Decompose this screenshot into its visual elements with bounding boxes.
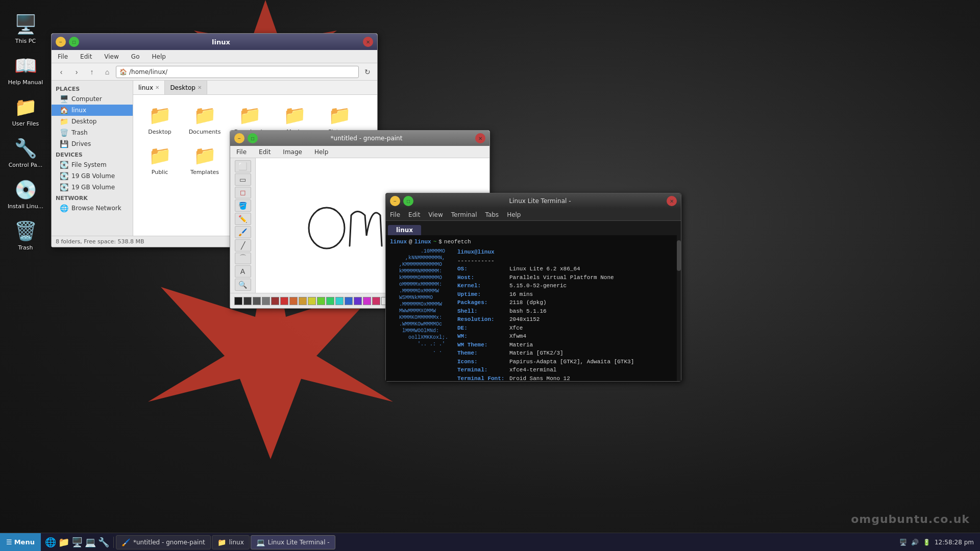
close-button[interactable]: ✕ (363, 37, 373, 47)
color-swatch-red1[interactable] (271, 297, 279, 305)
fill-tool[interactable]: 🪣 (235, 199, 251, 212)
quicklaunch-browser[interactable]: 🌐 (45, 537, 56, 548)
select-tool[interactable]: ⬜ (235, 160, 251, 172)
terminal-close-button[interactable]: ✕ (667, 196, 677, 206)
menu-go[interactable]: Go (129, 52, 142, 61)
sidebar-desktop[interactable]: 📁 Desktop (52, 116, 133, 127)
terminal-scrollbar[interactable] (677, 235, 681, 381)
paint-menu-image[interactable]: Image (281, 147, 304, 157)
sidebar-drives[interactable]: 💾 Drives (52, 138, 133, 149)
terminal-menu-tabs[interactable]: Tabs (485, 211, 499, 218)
terminal-menu-terminal[interactable]: Terminal (451, 211, 477, 218)
color-swatch-yellow1[interactable] (299, 297, 307, 305)
terminal-maximize-button[interactable]: □ (403, 196, 413, 206)
this-pc-icon: 🖥️ (13, 12, 38, 37)
color-swatch-blue1[interactable] (345, 297, 353, 305)
color-swatch-gray2[interactable] (262, 297, 270, 305)
color-swatch-green1[interactable] (317, 297, 325, 305)
taskbar-item-terminal[interactable]: 💻 Linux Lite Terminal - (251, 535, 335, 549)
sidebar-computer[interactable]: 🖥️ Computer (52, 93, 133, 105)
desktop-icon-trash[interactable]: 🗑️ Trash (5, 217, 46, 253)
taskbar-item-paint[interactable]: 🖌️ *untitled - gnome-paint (116, 535, 211, 549)
downloads-folder-icon: 📁 (237, 103, 262, 128)
desktop-icon-install-linux[interactable]: 💿 Install Linu... (5, 176, 46, 212)
text-tool[interactable]: A (235, 265, 251, 278)
color-swatch-pink[interactable] (372, 297, 380, 305)
color-swatch-purple1[interactable] (354, 297, 362, 305)
menu-view[interactable]: View (102, 52, 120, 61)
desktop-icon-this-pc[interactable]: 🖥️ This PC (5, 10, 46, 46)
maximize-button[interactable]: □ (69, 37, 79, 47)
nav-up-button[interactable]: ↑ (85, 65, 99, 79)
desktop-icon-help-manual[interactable]: 📖 Help Manual (5, 52, 46, 88)
paint-close-button[interactable]: ✕ (475, 133, 485, 143)
nav-back-button[interactable]: ‹ (55, 65, 68, 79)
paint-menu-file[interactable]: File (234, 147, 249, 157)
color-swatch-black[interactable] (234, 297, 242, 305)
paint-menu-edit[interactable]: Edit (257, 147, 273, 157)
file-desktop[interactable]: 📁 Desktop (139, 101, 180, 137)
desktop-icon-user-files[interactable]: 📁 User Files (5, 93, 46, 129)
rect-select-tool[interactable]: ▭ (235, 173, 251, 186)
sidebar-filesystem[interactable]: 💽 File System (52, 159, 133, 170)
sidebar-browse-network[interactable]: 🌐 Browse Network (52, 203, 133, 214)
sidebar-vol1[interactable]: 💽 19 GB Volume (52, 170, 133, 182)
terminal-scrollbar-thumb[interactable] (677, 240, 681, 271)
sidebar-trash[interactable]: 🗑️ Trash (52, 127, 133, 138)
color-swatch-magenta[interactable] (363, 297, 371, 305)
start-menu-button[interactable]: ☰ Menu (0, 533, 41, 551)
reload-button[interactable]: ↻ (361, 65, 374, 79)
nav-forward-button[interactable]: › (70, 65, 83, 79)
terminal-body[interactable]: linux @ linux ~ $ neofetch .10MMMMO ,kNN… (386, 235, 681, 381)
sidebar-linux[interactable]: 🏠 linux (52, 105, 133, 116)
color-swatch-orange[interactable] (289, 297, 298, 305)
menu-help[interactable]: Help (150, 52, 167, 61)
quicklaunch-monitor[interactable]: 🖥️ (71, 537, 83, 548)
color-swatch-yellow2[interactable] (308, 297, 316, 305)
desktop-folder-label: Desktop (148, 129, 171, 135)
nf-host-key: Host: (457, 273, 508, 282)
color-swatch-gray1[interactable] (253, 297, 261, 305)
color-swatch-teal1[interactable] (335, 297, 344, 305)
file-templates[interactable]: 📁 Templates (184, 141, 225, 178)
tab-linux[interactable]: linux ✕ (133, 81, 165, 94)
nav-home-button[interactable]: ⌂ (101, 65, 114, 79)
tab-linux-close[interactable]: ✕ (155, 85, 159, 90)
quicklaunch-settings[interactable]: 🔧 (98, 537, 109, 548)
desktop-icon-control-panel[interactable]: 🔧 Control Pa... (5, 134, 46, 170)
menu-edit[interactable]: Edit (78, 52, 94, 61)
brush-tool[interactable]: 🖌️ (235, 226, 251, 238)
sidebar-vol2[interactable]: 💽 19 GB Volume (52, 182, 133, 193)
paint-maximize-button[interactable]: □ (248, 133, 258, 143)
eraser-tool[interactable]: ◻ (235, 187, 251, 199)
paint-menu-help[interactable]: Help (312, 147, 330, 157)
tab-desktop[interactable]: Desktop ✕ (165, 81, 207, 94)
address-bar[interactable]: 🏠 /home/linux/ (116, 66, 359, 78)
quicklaunch-files[interactable]: 📁 (58, 537, 69, 548)
taskbar: ☰ Menu 🌐 📁 🖥️ 💻 🔧 🖌️ *untitled - gnome-p… (0, 533, 980, 551)
terminal-menu-file[interactable]: File (390, 211, 400, 218)
terminal-minimize-button[interactable]: − (390, 196, 400, 206)
terminal-tab-linux[interactable]: linux (388, 225, 421, 235)
terminal-menu-help[interactable]: Help (507, 211, 521, 218)
tab-desktop-close[interactable]: ✕ (198, 85, 202, 90)
paint-toolbar: ⬜ ▭ ◻ 🪣 ✏️ 🖌️ ╱ ⌒ A 🔍 (230, 158, 256, 293)
color-swatch-dark[interactable] (243, 297, 252, 305)
terminal-menu-edit[interactable]: Edit (408, 211, 420, 218)
minimize-button[interactable]: − (56, 37, 66, 47)
zoom-tool[interactable]: 🔍 (235, 279, 251, 291)
line-tool[interactable]: ╱ (235, 239, 251, 252)
color-swatch-green2[interactable] (326, 297, 334, 305)
paint-minimize-button[interactable]: − (234, 133, 244, 143)
nf-res-key: Resolution: (457, 315, 508, 324)
file-public[interactable]: 📁 Public (139, 141, 180, 178)
taskbar-item-filemanager[interactable]: 📁 linux (212, 535, 250, 549)
curve-tool[interactable]: ⌒ (235, 253, 251, 265)
color-swatch-red2[interactable] (280, 297, 288, 305)
quicklaunch-terminal[interactable]: 💻 (85, 537, 96, 548)
menu-file[interactable]: File (56, 52, 70, 61)
nf-terminal: Terminal: xfce4-terminal (457, 366, 677, 374)
terminal-menu-view[interactable]: View (428, 211, 443, 218)
pencil-tool active[interactable]: ✏️ (235, 213, 251, 225)
file-documents[interactable]: 📁 Documents (184, 101, 225, 137)
